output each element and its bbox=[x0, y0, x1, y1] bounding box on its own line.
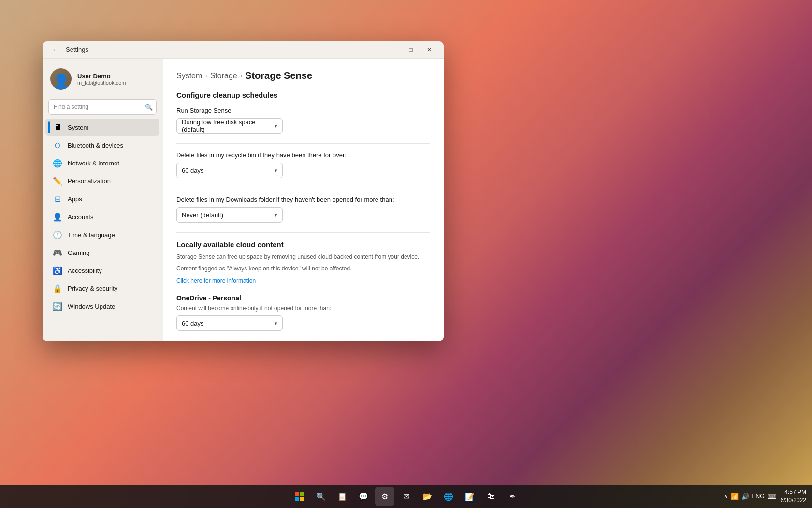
sidebar-item-personalization[interactable]: ✏️ Personalization bbox=[45, 172, 160, 190]
taskbar-chevron-icon[interactable]: ∧ bbox=[724, 493, 728, 500]
taskbar-store-button[interactable]: 🛍 bbox=[481, 487, 501, 506]
recycle-bin-dropdown[interactable]: 60 days ▾ bbox=[176, 163, 283, 178]
svg-rect-3 bbox=[300, 497, 304, 501]
sidebar-item-apps[interactable]: ⊞ Apps bbox=[45, 190, 160, 208]
sidebar-label-privacy: Privacy & security bbox=[68, 285, 117, 292]
accessibility-icon: ♿ bbox=[53, 266, 62, 275]
sidebar-label-system: System bbox=[68, 124, 88, 131]
cloud-link[interactable]: Click here for more information bbox=[176, 277, 256, 284]
onedrive-desc: Content will become online-only if not o… bbox=[176, 305, 430, 312]
downloads-dropdown[interactable]: Never (default) ▾ bbox=[176, 207, 283, 223]
user-info: User Demo m_lab@outlook.com bbox=[77, 73, 126, 86]
taskbar-edge-button[interactable]: 🌐 bbox=[439, 487, 458, 506]
sidebar-label-update: Windows Update bbox=[68, 303, 115, 310]
taskbar-teams-button[interactable]: 💬 bbox=[354, 487, 373, 506]
downloads-label: Delete files in my Downloads folder if t… bbox=[176, 196, 430, 203]
sidebar-item-accounts[interactable]: 👤 Accounts bbox=[45, 208, 160, 225]
sidebar-label-personalization: Personalization bbox=[68, 178, 111, 185]
sidebar: 👤 User Demo m_lab@outlook.com 🔍 🖥 System… bbox=[43, 59, 162, 341]
taskbar-start-button[interactable] bbox=[290, 487, 309, 506]
divider-1 bbox=[176, 143, 430, 144]
cloud-content-section: Locally available cloud content Storage … bbox=[176, 240, 430, 284]
taskbar-settings-button[interactable]: ⚙ bbox=[375, 487, 394, 506]
privacy-icon: 🔒 bbox=[53, 284, 62, 293]
time-icon: 🕐 bbox=[53, 230, 62, 239]
taskbar-taskview-button[interactable]: 📋 bbox=[333, 487, 352, 506]
update-icon: 🔄 bbox=[53, 302, 62, 311]
onedrive-title: OneDrive - Personal bbox=[176, 294, 430, 302]
breadcrumb-storage[interactable]: Storage bbox=[210, 72, 237, 80]
svg-rect-0 bbox=[295, 492, 299, 496]
close-button[interactable]: ✕ bbox=[420, 43, 438, 57]
sidebar-label-bluetooth: Bluetooth & devices bbox=[68, 142, 123, 149]
taskbar-notepad-button[interactable]: 📝 bbox=[460, 487, 479, 506]
cloud-section-title: Locally available cloud content bbox=[176, 240, 430, 249]
breadcrumb-system[interactable]: System bbox=[176, 72, 202, 80]
user-profile[interactable]: 👤 User Demo m_lab@outlook.com bbox=[43, 62, 162, 97]
search-input[interactable] bbox=[48, 99, 157, 115]
taskbar-keyboard-icon[interactable]: ⌨ bbox=[768, 493, 777, 500]
window-body: 👤 User Demo m_lab@outlook.com 🔍 🖥 System… bbox=[43, 59, 444, 341]
recycle-bin-group: Delete files in my recycle bin if they h… bbox=[176, 151, 430, 178]
taskbar: 🔍 📋 💬 ⚙ ✉ 📂 🌐 📝 🛍 ✒ ∧ bbox=[0, 485, 812, 508]
sidebar-label-gaming: Gaming bbox=[68, 249, 90, 256]
taskbar-wacom-button[interactable]: ✒ bbox=[503, 487, 522, 506]
onedrive-dropdown[interactable]: 60 days ▾ bbox=[176, 315, 283, 331]
taskbar-explorer-button[interactable]: 📂 bbox=[418, 487, 437, 506]
taskbar-center: 🔍 📋 💬 ⚙ ✉ 📂 🌐 📝 🛍 ✒ bbox=[290, 487, 522, 506]
taskbar-date-display: 6/30/2022 bbox=[781, 496, 806, 505]
recycle-bin-arrow: ▾ bbox=[275, 167, 277, 174]
taskbar-search-icon: 🔍 bbox=[316, 492, 326, 501]
system-icon: 🖥 bbox=[53, 123, 62, 132]
run-storage-sense-label: Run Storage Sense bbox=[176, 107, 430, 114]
taskbar-network-icon[interactable]: 📶 bbox=[731, 493, 739, 500]
search-box: 🔍 bbox=[48, 99, 157, 115]
svg-rect-1 bbox=[300, 492, 304, 496]
title-bar: ← Settings – □ ✕ bbox=[43, 41, 444, 59]
sidebar-item-privacy[interactable]: 🔒 Privacy & security bbox=[45, 280, 160, 297]
taskbar-right: ∧ 📶 🔊 ENG ⌨ 4:57 PM 6/30/2022 bbox=[724, 488, 806, 505]
run-storage-sense-value: During low free disk space (default) bbox=[182, 119, 275, 133]
sidebar-label-accessibility: Accessibility bbox=[68, 267, 102, 274]
minimize-button[interactable]: – bbox=[384, 43, 401, 57]
downloads-value: Never (default) bbox=[182, 211, 223, 219]
sidebar-item-update[interactable]: 🔄 Windows Update bbox=[45, 298, 160, 315]
user-name: User Demo bbox=[77, 73, 126, 80]
window-title: Settings bbox=[66, 46, 88, 53]
breadcrumb-arrow-1: › bbox=[205, 72, 207, 79]
downloads-arrow: ▾ bbox=[275, 212, 277, 218]
maximize-button[interactable]: □ bbox=[402, 43, 420, 57]
recycle-bin-value: 60 days bbox=[182, 167, 204, 174]
back-icon: ← bbox=[52, 46, 58, 53]
bluetooth-icon: ⬡ bbox=[53, 141, 62, 149]
run-storage-sense-arrow: ▾ bbox=[275, 123, 277, 129]
avatar: 👤 bbox=[50, 68, 72, 90]
taskbar-explorer-icon: 📂 bbox=[422, 492, 432, 501]
search-icon[interactable]: 🔍 bbox=[144, 102, 154, 112]
window-controls: – □ ✕ bbox=[384, 43, 438, 57]
sidebar-label-time: Time & language bbox=[68, 231, 115, 239]
sidebar-item-bluetooth[interactable]: ⬡ Bluetooth & devices bbox=[45, 136, 160, 154]
sidebar-item-gaming[interactable]: 🎮 Gaming bbox=[45, 244, 160, 261]
cloud-desc: Storage Sense can free up space by remov… bbox=[176, 253, 430, 261]
taskbar-search-button[interactable]: 🔍 bbox=[311, 487, 331, 506]
taskbar-mail-button[interactable]: ✉ bbox=[396, 487, 416, 506]
avatar-icon: 👤 bbox=[53, 73, 70, 89]
sidebar-item-time[interactable]: 🕐 Time & language bbox=[45, 226, 160, 243]
taskbar-language-label[interactable]: ENG bbox=[752, 493, 765, 500]
taskbar-sys-icons: ∧ 📶 🔊 ENG ⌨ bbox=[724, 493, 777, 500]
apps-icon: ⊞ bbox=[53, 194, 62, 203]
sidebar-item-accessibility[interactable]: ♿ Accessibility bbox=[45, 262, 160, 279]
taskbar-volume-icon[interactable]: 🔊 bbox=[741, 493, 749, 500]
run-storage-sense-dropdown[interactable]: During low free disk space (default) ▾ bbox=[176, 118, 283, 134]
personalization-icon: ✏️ bbox=[53, 177, 62, 185]
taskbar-clock[interactable]: 4:57 PM 6/30/2022 bbox=[781, 488, 806, 505]
breadcrumb-current: Storage Sense bbox=[245, 70, 312, 81]
sidebar-item-network[interactable]: 🌐 Network & internet bbox=[45, 154, 160, 172]
onedrive-section: OneDrive - Personal Content will become … bbox=[176, 294, 430, 331]
taskbar-mail-icon: ✉ bbox=[403, 492, 409, 501]
sidebar-item-system[interactable]: 🖥 System bbox=[45, 119, 160, 136]
back-button[interactable]: ← bbox=[48, 43, 62, 57]
taskbar-edge-icon: 🌐 bbox=[444, 492, 453, 501]
gaming-icon: 🎮 bbox=[53, 248, 62, 257]
